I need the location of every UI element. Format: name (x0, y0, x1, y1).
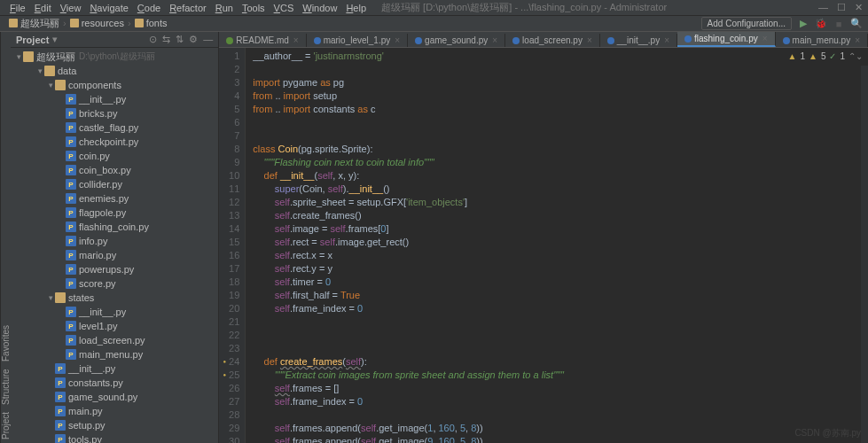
tree-item[interactable]: P__init__.py (11, 92, 218, 106)
menu-run[interactable]: Run (211, 3, 238, 13)
editor-tab[interactable]: __init__.py× (600, 34, 677, 47)
menu-edit[interactable]: Edit (30, 3, 56, 13)
hide-icon[interactable]: — (203, 34, 213, 45)
breadcrumb-item[interactable]: resources (66, 18, 128, 28)
tree-item[interactable]: Pcastle_flag.py (11, 120, 218, 135)
close-tab-icon[interactable]: × (664, 35, 669, 45)
code-body[interactable]: __author__ = 'justinarmstrong'import pyg… (246, 48, 868, 443)
tree-item[interactable]: P__init__.py (11, 361, 218, 376)
menu-navigate[interactable]: Navigate (85, 3, 132, 13)
editor-tab[interactable]: mario_level_1.py× (307, 34, 408, 47)
weak-warning-icon: ✓ (829, 50, 836, 63)
maximize-icon[interactable]: ☐ (837, 2, 846, 13)
menu-window[interactable]: Window (298, 3, 341, 13)
tree-item[interactable]: ▾data (11, 64, 218, 78)
menu-view[interactable]: View (56, 3, 86, 13)
close-tab-icon[interactable]: × (855, 35, 860, 45)
close-tab-icon[interactable]: × (293, 35, 299, 45)
breadcrumb-item[interactable]: fonts (131, 18, 171, 28)
inspection-hints[interactable]: ▲1 ▲5 ✓1 ⌃⌄ (788, 50, 864, 63)
window-controls: — ☐ ✕ (818, 2, 863, 13)
tree-item[interactable]: Penemies.py (11, 191, 218, 206)
tree-item[interactable]: Pmain.py (11, 404, 218, 418)
tree-item[interactable]: Pflashing_coin.py (11, 220, 218, 234)
tree-item[interactable]: Pbricks.py (11, 106, 218, 120)
menu-refactor[interactable]: Refactor (165, 3, 211, 13)
tree-item[interactable]: Pgame_sound.py (11, 390, 218, 404)
tree-root[interactable]: ▾ 超级玛丽 D:\python\超级玛丽 (11, 50, 218, 64)
add-configuration-button[interactable]: Add Configuration... (701, 17, 792, 30)
tree-item[interactable]: Pcoin_box.py (11, 163, 218, 177)
tree-item[interactable]: Pcoin.py (11, 149, 218, 163)
tree-item[interactable]: Ptools.py (11, 432, 218, 443)
warning-icon: ▲ (809, 50, 817, 63)
nav-bar: 超级玛丽›resources›fonts Add Configuration..… (0, 16, 868, 32)
collapse-icon[interactable]: ⇅ (176, 34, 184, 45)
run-icon[interactable]: ▶ (797, 18, 809, 30)
tree-item[interactable]: Pcollider.py (11, 177, 218, 191)
editor-tab[interactable]: flashing_coin.py× (677, 32, 776, 47)
tree-item[interactable]: Pload_screen.py (11, 333, 218, 347)
tree-item[interactable]: Pscore.py (11, 276, 218, 291)
project-dropdown-icon[interactable]: ▾ (52, 34, 58, 45)
menu-vcs[interactable]: VCS (270, 3, 299, 13)
minimap[interactable] (861, 66, 868, 443)
project-sidebar: Project ▾ ⊙ ⇆ ⇅ ⚙ — ▾ 超级玛丽 D:\python\超级玛… (11, 32, 219, 443)
project-tool-button[interactable]: Project (1, 412, 11, 439)
close-tab-icon[interactable]: × (762, 34, 768, 43)
tree-item[interactable]: Ppowerups.py (11, 262, 218, 276)
tree-item[interactable]: Pmain_menu.py (11, 347, 218, 361)
tree-item[interactable]: P__init__.py (11, 305, 218, 319)
editor-tab[interactable]: README.md× (219, 34, 306, 47)
menu-tools[interactable]: Tools (238, 3, 270, 13)
menu-help[interactable]: Help (341, 3, 371, 13)
search-icon[interactable]: 🔍 (850, 18, 863, 30)
debug-icon[interactable]: 🐞 (815, 18, 827, 30)
breadcrumb-item[interactable]: 超级玛丽 (5, 18, 63, 28)
chevron-icon[interactable]: ⌃⌄ (848, 50, 863, 63)
close-tab-icon[interactable]: × (492, 35, 497, 45)
gutter: 1234567891011121314151617181920212223242… (219, 48, 246, 443)
expand-icon[interactable]: ⇆ (162, 34, 170, 45)
editor-area: README.md×mario_level_1.py×game_sound.py… (219, 32, 868, 443)
tree-item[interactable]: ▾states (11, 291, 218, 305)
editor-tabs: README.md×mario_level_1.py×game_sound.py… (219, 32, 868, 48)
code-editor[interactable]: 1234567891011121314151617181920212223242… (219, 48, 868, 443)
close-tab-icon[interactable]: × (395, 35, 400, 45)
close-icon[interactable]: ✕ (855, 2, 863, 13)
tree-item[interactable]: Pinfo.py (11, 234, 218, 248)
menu-file[interactable]: File (5, 3, 30, 13)
editor-tab[interactable]: load_screen.py× (505, 34, 600, 47)
menu-code[interactable]: Code (133, 3, 165, 13)
editor-tab[interactable]: main_menu.py× (776, 34, 868, 47)
window-title: 超级玛丽 [D:\python\超级玛丽] - ...\flashing_coi… (381, 1, 667, 14)
tree-item[interactable]: ▾components (11, 78, 218, 92)
settings-icon[interactable]: ⚙ (189, 34, 198, 45)
project-label[interactable]: Project (16, 35, 49, 45)
warning-icon: ▲ (788, 50, 797, 63)
tree-item[interactable]: Pmario.py (11, 248, 218, 262)
editor-tab[interactable]: game_sound.py× (408, 34, 505, 47)
tree-item[interactable]: Pcheckpoint.py (11, 135, 218, 149)
structure-tool-button[interactable]: Structure (1, 369, 11, 405)
watermark: CSDN @苏南.py (794, 427, 861, 439)
favorites-tool-button[interactable]: Favorites (1, 325, 11, 361)
project-tool-header: Project ▾ ⊙ ⇆ ⇅ ⚙ — (11, 32, 218, 48)
close-tab-icon[interactable]: × (587, 35, 592, 45)
tree-item[interactable]: Pconstants.py (11, 376, 218, 390)
locate-icon[interactable]: ⊙ (149, 34, 157, 45)
menu-bar: FileEditViewNavigateCodeRefactorRunTools… (0, 0, 868, 16)
stop-icon[interactable]: ■ (833, 18, 845, 30)
tree-item[interactable]: Psetup.py (11, 418, 218, 432)
project-tree[interactable]: ▾ 超级玛丽 D:\python\超级玛丽 ▾data▾componentsP_… (11, 48, 218, 443)
tree-item[interactable]: Pflagpole.py (11, 206, 218, 220)
tree-item[interactable]: Plevel1.py (11, 319, 218, 333)
minimize-icon[interactable]: — (818, 2, 828, 13)
left-tool-strip: Project Structure Favorites (0, 32, 11, 443)
